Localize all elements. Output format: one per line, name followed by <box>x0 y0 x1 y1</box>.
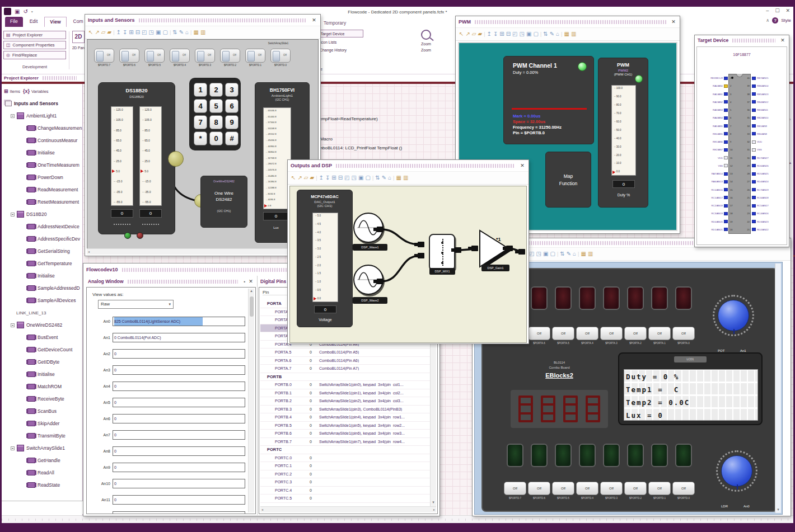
digital-pin-row[interactable]: PORTB.0 0 SwitchArraySlide1(pin0), keypa… <box>260 381 430 389</box>
toolbar-icon[interactable]: ⇅ <box>172 30 177 35</box>
chip-pin[interactable]: RC3/AN19 18 <box>698 211 734 215</box>
tree-item[interactable]: ScanBus <box>3 405 82 417</box>
chip-pin[interactable]: 32 VDD <box>746 140 787 144</box>
toolbar-icon[interactable]: | <box>393 176 394 181</box>
eblocks-vscrollbar[interactable]: ▾ <box>775 263 781 513</box>
chip-pin[interactable]: RA2/AN2 4 <box>698 100 734 104</box>
tree-item[interactable]: SampleAllDevices <box>3 294 82 307</box>
chip-pin[interactable]: RA4/AN4 6 <box>698 116 734 120</box>
chip-pin[interactable]: 26 RC7/AN19 <box>746 188 787 192</box>
off-button[interactable]: Off <box>504 482 526 495</box>
toolbar-icon[interactable]: ⇅ <box>560 251 564 257</box>
toolbar-icon[interactable]: ▱ <box>472 31 476 37</box>
analog-value-field[interactable]: 0 <box>113 398 245 407</box>
tree-item[interactable]: ChangeMeasuremen <box>3 122 82 134</box>
toolbar-icon[interactable]: ✎ <box>567 251 571 257</box>
digital-pin-row[interactable]: PORTB <box>260 373 430 382</box>
digital-pin-row[interactable]: PORTA.7 0 ComboBL0114(Pin A7) <box>260 365 430 373</box>
keypad-key[interactable]: # <box>225 131 238 145</box>
keypad-key[interactable]: 6 <box>225 99 238 113</box>
digital-pin-row[interactable]: PORTC.0 0 <box>260 454 430 463</box>
off-button[interactable]: Off <box>600 327 623 340</box>
tree-item[interactable]: GetSerialString <box>3 245 82 257</box>
tree-item[interactable]: ReadState <box>3 479 82 491</box>
toolbar-icon[interactable]: ▰ <box>107 30 111 35</box>
close-icon[interactable]: ✕ <box>311 17 317 23</box>
off-button[interactable]: Off <box>552 482 574 495</box>
run-indicator-icon[interactable] <box>124 232 131 239</box>
toolbar-icon[interactable]: ▱ <box>101 30 106 35</box>
chip-pin[interactable]: VDD 11 <box>698 156 734 160</box>
toolbar-icon[interactable]: ⌂ <box>556 31 559 37</box>
off-button[interactable]: Off <box>576 482 598 495</box>
toolbar-icon[interactable]: ▥ <box>200 30 205 35</box>
toolbar-icon[interactable]: ▰ <box>310 175 314 181</box>
toolbar-icon[interactable]: ⌂ <box>388 175 391 181</box>
target-window-titlebar[interactable]: Target Device ✕ <box>695 35 789 45</box>
tree-item[interactable]: Inputs and Sensors <box>3 97 82 110</box>
toolbar-icon[interactable]: ⇅ <box>375 175 380 181</box>
toolbar-icon[interactable]: ↗ <box>465 31 470 37</box>
chip-pin[interactable]: RD0/AN20 19 <box>698 220 734 224</box>
digital-pin-row[interactable]: PORTB.7 0 SwitchArraySlide1(pin7), keypa… <box>260 438 430 446</box>
pot-knob[interactable] <box>713 295 754 336</box>
chip-pin[interactable]: 24 RC5/AN17 <box>746 204 787 208</box>
off-button[interactable]: Off <box>528 482 550 495</box>
toolbar-icon[interactable]: ▣ <box>358 175 363 181</box>
toolbar-icon[interactable]: ⇅ <box>543 31 548 37</box>
toolbar-icon[interactable]: ⊞ <box>129 30 133 35</box>
off-button[interactable]: Off <box>624 482 647 495</box>
toolbar-icon[interactable]: ◰ <box>344 175 349 181</box>
off-button[interactable]: Off <box>672 482 695 495</box>
ribbon-button[interactable]: ◫ Component Properties <box>3 41 66 49</box>
toolbar-icon[interactable]: ⊟ <box>338 175 343 181</box>
chip-pin[interactable]: RC0/AN16 15 <box>698 188 734 192</box>
scale-marker[interactable] <box>612 171 615 174</box>
analog-value-field[interactable]: 825 ComboBL0114(LightSensor ADC) <box>113 317 245 326</box>
chip-pin[interactable]: RA5/AN5 7 <box>698 124 734 128</box>
toolbar-icon[interactable]: ↗ <box>297 175 302 181</box>
scale-marker[interactable] <box>112 170 115 173</box>
chip-pin[interactable]: RA1/AN1 3 <box>698 92 734 96</box>
toolbar-icon[interactable]: ✎ <box>550 31 554 37</box>
duty-scale[interactable]: 100.090.080.070.060.050.040.030.020.010.… <box>611 85 636 176</box>
maximize-button[interactable]: ☐ <box>775 8 779 13</box>
temperature-scale-2[interactable]: 125.0105.085.065.045.025.05.0-15.0-35.0-… <box>139 106 162 206</box>
toolbar-icon[interactable]: ◰ <box>529 251 534 257</box>
ribbon-tab[interactable]: File <box>5 17 23 27</box>
toolbar-icon[interactable]: ◳ <box>149 30 154 35</box>
toolbar-icon[interactable]: ▰ <box>478 31 482 37</box>
off-button[interactable]: Off <box>528 327 550 340</box>
view-mode-dropdown[interactable]: Raw ▾ <box>98 300 174 309</box>
pwm-window-titlebar[interactable]: PWM ✕ <box>456 16 680 27</box>
duty-value[interactable]: 0 <box>612 180 635 188</box>
toolbar-icon[interactable]: ✎ <box>179 30 184 35</box>
tree-item[interactable]: ResetMeasurement <box>3 196 82 208</box>
off-button[interactable]: Off <box>624 327 647 340</box>
chip-pin[interactable]: VSS 12 <box>698 164 734 168</box>
chip-pin[interactable]: RA6/AN13 14 <box>698 180 734 183</box>
panels-2d-button[interactable]: 2D <box>72 31 85 43</box>
chip-pin[interactable]: 33 RB0/AN8 <box>746 132 787 136</box>
ribbon-button[interactable]: ▤ Project Explorer <box>3 31 66 39</box>
zoom-icon[interactable] <box>421 30 431 40</box>
chip-pin[interactable]: 27 RD4/AN24 <box>746 180 787 183</box>
toolbar-icon[interactable]: ▱ <box>304 175 308 181</box>
chip-pin[interactable]: 34 RB1/AN9 <box>746 124 787 128</box>
dsp-window-titlebar[interactable]: Outputs and DSP ✕ <box>288 160 529 171</box>
explorer-tab[interactable]: {x} Variables <box>23 88 49 94</box>
digital-pin-row[interactable]: PORTC.3 0 <box>260 478 430 487</box>
close-button[interactable]: ✕ <box>785 8 790 13</box>
toolbar-icon[interactable]: ↥ <box>116 30 121 35</box>
ribbon-tab[interactable]: Temporary <box>319 18 351 27</box>
chip-pin[interactable]: RE2/AN7 10 <box>698 148 734 152</box>
close-icon[interactable]: ✕ <box>519 163 526 168</box>
ldr-knob[interactable] <box>716 450 757 492</box>
toolbar-icon[interactable]: ↖ <box>459 31 464 37</box>
toolbar-icon[interactable]: ▥ <box>571 31 576 37</box>
chip-pin[interactable]: RA0/AN0 2 <box>698 84 734 88</box>
tree-item[interactable]: AddressNextDevice <box>3 220 82 233</box>
toolbar-icon[interactable]: ▦ <box>581 251 586 257</box>
chip-pin[interactable]: RE1/AN6 9 <box>698 140 734 144</box>
digital-pin-row[interactable]: PORTB.5 0 SwitchArraySlide1(pin5), keypa… <box>260 422 430 430</box>
